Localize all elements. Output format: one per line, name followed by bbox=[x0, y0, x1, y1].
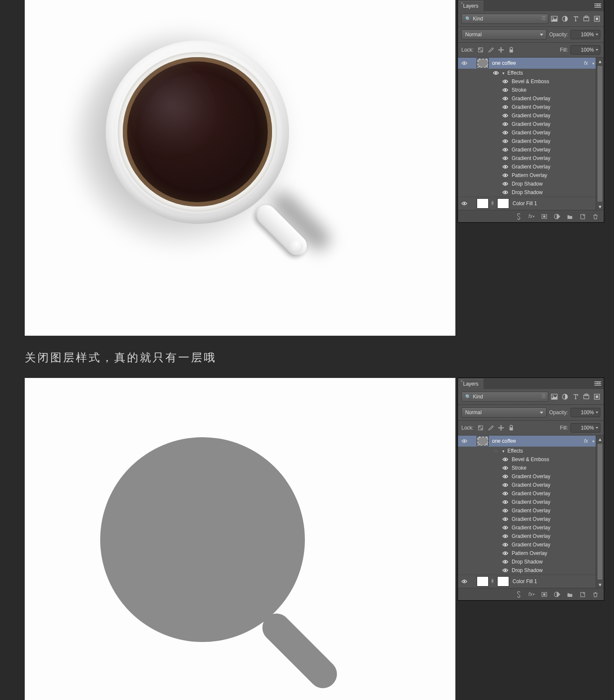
footer-adjust-icon[interactable]: ▾ bbox=[553, 213, 560, 220]
effect-item[interactable]: Gradient Overlay bbox=[458, 498, 596, 506]
filter-smart-icon[interactable] bbox=[594, 393, 600, 400]
effects-heading[interactable]: ▾Effects bbox=[458, 69, 596, 77]
visibility-eye-icon[interactable] bbox=[502, 466, 508, 470]
layer-name[interactable]: Color Fill 1 bbox=[513, 578, 596, 584]
lock-pixels-icon[interactable] bbox=[487, 424, 494, 431]
lock-transparency-icon[interactable] bbox=[477, 424, 484, 431]
lock-all-icon[interactable] bbox=[508, 424, 515, 431]
scroll-down-icon[interactable]: ▾ bbox=[596, 581, 604, 588]
effect-item[interactable]: Gradient Overlay bbox=[458, 154, 596, 163]
filter-image-icon[interactable] bbox=[551, 393, 558, 400]
visibility-eye-icon[interactable] bbox=[502, 474, 508, 479]
panel-menu-icon[interactable] bbox=[594, 381, 601, 386]
effects-disclosure-icon[interactable]: ▾ bbox=[501, 71, 506, 76]
visibility-eye-icon[interactable] bbox=[502, 491, 508, 496]
scrollbar[interactable]: ▴▾ bbox=[596, 436, 604, 588]
footer-group-icon[interactable] bbox=[566, 591, 573, 598]
fill-input[interactable]: 100% bbox=[571, 45, 600, 55]
footer-fx-icon[interactable]: fx▾ bbox=[528, 591, 535, 598]
effect-item[interactable]: Gradient Overlay bbox=[458, 472, 596, 481]
visibility-eye-icon[interactable] bbox=[502, 526, 508, 530]
lock-position-icon[interactable] bbox=[498, 46, 504, 53]
effect-item[interactable]: Pattern Overlay bbox=[458, 171, 596, 180]
filter-type-icon[interactable] bbox=[572, 393, 579, 400]
scroll-up-icon[interactable]: ▴ bbox=[596, 58, 604, 64]
effect-item[interactable]: Gradient Overlay bbox=[458, 506, 596, 515]
effect-item[interactable]: Bevel & Emboss bbox=[458, 77, 596, 86]
effect-item[interactable]: Gradient Overlay bbox=[458, 481, 596, 489]
blend-mode-select[interactable]: Normal bbox=[461, 407, 547, 418]
fx-disclosure-icon[interactable]: ▾ bbox=[591, 61, 596, 66]
footer-link-icon[interactable] bbox=[515, 591, 522, 598]
filter-type-icon[interactable] bbox=[572, 15, 579, 22]
opacity-input[interactable]: 100% bbox=[571, 408, 600, 417]
effect-item[interactable]: Gradient Overlay bbox=[458, 111, 596, 120]
visibility-eye-icon[interactable] bbox=[502, 122, 508, 126]
scroll-thumb[interactable] bbox=[597, 65, 603, 202]
footer-delete-icon[interactable] bbox=[592, 591, 599, 598]
visibility-eye-icon[interactable] bbox=[502, 182, 508, 186]
panel-menu-icon[interactable] bbox=[594, 3, 601, 8]
visibility-eye-icon[interactable] bbox=[461, 439, 467, 443]
footer-new-layer-icon[interactable] bbox=[579, 213, 586, 220]
effect-item[interactable]: Gradient Overlay bbox=[458, 163, 596, 171]
effect-item[interactable]: Pattern Overlay bbox=[458, 549, 596, 558]
filter-smart-icon[interactable] bbox=[594, 15, 600, 22]
fill-color-thumbnail[interactable] bbox=[477, 576, 489, 587]
footer-mask-icon[interactable] bbox=[541, 213, 547, 220]
effect-item[interactable]: Gradient Overlay bbox=[458, 145, 596, 154]
visibility-eye-icon[interactable] bbox=[502, 534, 508, 538]
visibility-eye-icon[interactable] bbox=[502, 457, 508, 462]
visibility-eye-icon[interactable] bbox=[502, 568, 508, 572]
visibility-eye-icon[interactable] bbox=[502, 190, 508, 195]
layer-color-fill[interactable]: Color Fill 1 bbox=[458, 197, 596, 210]
footer-fx-icon[interactable]: fx▾ bbox=[528, 213, 535, 220]
mask-thumbnail[interactable] bbox=[497, 198, 509, 209]
visibility-eye-icon[interactable] bbox=[502, 131, 508, 135]
footer-delete-icon[interactable] bbox=[592, 213, 599, 220]
visibility-eye-icon[interactable] bbox=[502, 148, 508, 152]
scroll-down-icon[interactable]: ▾ bbox=[596, 203, 604, 210]
layer-one-coffee[interactable]: one coffeefx▾ bbox=[458, 58, 596, 69]
layer-name[interactable]: one coffee bbox=[492, 60, 584, 66]
fx-badge[interactable]: fx bbox=[584, 60, 588, 66]
effect-item[interactable]: Bevel & Emboss bbox=[458, 455, 596, 464]
kind-select[interactable]: 🔍Kind bbox=[461, 392, 548, 402]
effect-item[interactable]: Stroke bbox=[458, 86, 596, 94]
layer-thumbnail[interactable] bbox=[477, 58, 489, 68]
footer-adjust-icon[interactable]: ▾ bbox=[553, 591, 560, 598]
visibility-eye-icon[interactable] bbox=[461, 201, 467, 206]
footer-mask-icon[interactable] bbox=[541, 591, 547, 598]
effect-item[interactable]: Gradient Overlay bbox=[458, 540, 596, 549]
blend-mode-select[interactable]: Normal bbox=[461, 29, 547, 40]
layer-name[interactable]: one coffee bbox=[492, 438, 584, 444]
effect-item[interactable]: Drop Shadow bbox=[458, 558, 596, 566]
visibility-eye-icon[interactable] bbox=[502, 105, 508, 109]
visibility-eye-icon[interactable] bbox=[502, 500, 508, 504]
layer-name[interactable]: Color Fill 1 bbox=[513, 200, 596, 206]
lock-pixels-icon[interactable] bbox=[487, 46, 494, 53]
layer-color-fill[interactable]: Color Fill 1 bbox=[458, 575, 596, 588]
visibility-eye-icon[interactable] bbox=[502, 113, 508, 118]
effect-item[interactable]: Drop Shadow bbox=[458, 180, 596, 188]
footer-link-icon[interactable] bbox=[515, 213, 522, 220]
footer-group-icon[interactable] bbox=[566, 213, 573, 220]
close-icon[interactable]: × bbox=[460, 379, 463, 383]
link-icon[interactable] bbox=[490, 200, 495, 207]
visibility-eye-icon[interactable] bbox=[502, 96, 508, 101]
visibility-eye-icon[interactable] bbox=[502, 543, 508, 547]
visibility-eye-icon[interactable] bbox=[502, 517, 508, 521]
filter-adjust-icon[interactable] bbox=[562, 15, 568, 22]
effects-heading[interactable]: ▾Effects bbox=[458, 447, 596, 455]
effects-disclosure-icon[interactable]: ▾ bbox=[501, 449, 506, 453]
visibility-eye-icon[interactable] bbox=[502, 551, 508, 555]
effect-item[interactable]: Gradient Overlay bbox=[458, 137, 596, 145]
mask-thumbnail[interactable] bbox=[497, 576, 509, 587]
close-icon[interactable]: × bbox=[460, 1, 463, 6]
lock-position-icon[interactable] bbox=[498, 424, 504, 431]
lock-transparency-icon[interactable] bbox=[477, 46, 484, 53]
layer-thumbnail[interactable] bbox=[477, 436, 489, 446]
visibility-eye-icon[interactable] bbox=[502, 165, 508, 169]
visibility-eye-icon[interactable] bbox=[502, 508, 508, 513]
visibility-eye-icon[interactable] bbox=[461, 579, 467, 584]
